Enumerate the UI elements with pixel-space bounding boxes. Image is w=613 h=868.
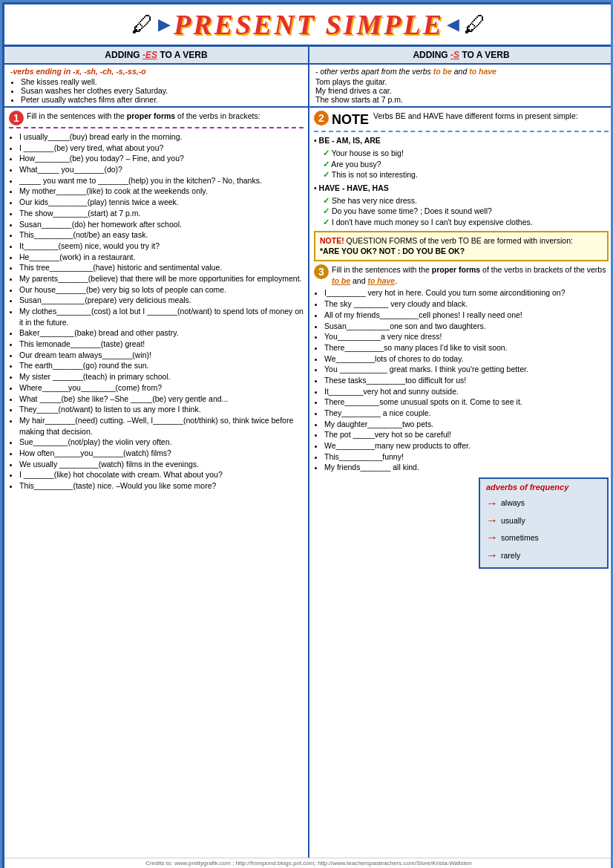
list-item: She kisses really well. [21, 77, 302, 86]
adverbs-title: adverbs of frequency [486, 482, 601, 493]
subheader-left: ADDING -ES TO A VERB [4, 47, 309, 63]
list-item: My clothes________(cost) a lot but I ___… [19, 306, 304, 327]
list-item: You ___________ great marks. I think you… [324, 364, 609, 375]
list-item: My friend drives a car. [315, 86, 607, 95]
list-item: You__________a very nice dress! [324, 331, 609, 342]
list-item: This_________(not/be) an easy task. [19, 229, 304, 241]
section3-num: 3 [314, 264, 329, 279]
page-title: PRESENT SIMPLE [174, 8, 444, 41]
adverb-arrow-icon: → [486, 495, 498, 512]
list-item: This__________funny! [324, 451, 609, 463]
list-item: My daughter________two pets. [324, 419, 609, 430]
list-item: Where______you________(come) from? [19, 382, 304, 394]
section1-heading: 1 Fill in the sentences with the proper … [9, 111, 304, 125]
list-item: These tasks_________too difficult for us… [324, 375, 609, 386]
note-title: NOTE! [320, 236, 344, 245]
arrow-right-icon: ◀ [447, 15, 459, 34]
list-item: This lemonade_______(taste) great! [19, 339, 304, 350]
adverb-item: → usually [486, 512, 601, 529]
list-item: The pot _____very hot so be careful! [324, 429, 609, 440]
list-item: They_________ a nice couple. [324, 408, 609, 419]
have-title: • HAVE - HAVE, HAS [314, 183, 609, 194]
list-item: ✓ Your house is so big! [323, 148, 609, 159]
adverb-item: → always [486, 495, 601, 512]
subheader-right: ADDING -S TO A VERB [309, 47, 613, 63]
list-item: This tree__________(have) historic and s… [19, 262, 304, 273]
list-item: Sue________(not/play) the violin very of… [19, 437, 304, 448]
section2-num: 2 [314, 111, 329, 125]
have-section: • HAVE - HAVE, HAS ✓ She has very nice d… [314, 183, 609, 228]
list-item: Susan_______(do) her homework after scho… [19, 219, 304, 230]
list-item: The show starts at 7 p.m. [315, 95, 607, 104]
verb-info-right: - other verbs apart from the verbs to be… [309, 65, 613, 106]
arrow-left-icon: ▶ [158, 15, 171, 34]
adverbs-box: adverbs of frequency → always → usually … [479, 477, 609, 569]
list-item: How often______you_______(watch) films? [19, 448, 304, 459]
list-item: My friends_______ all kind. [324, 462, 609, 473]
be-title: • BE - AM, IS, ARE [314, 135, 609, 146]
list-item: The sky ________ very cloudy and black. [324, 298, 609, 310]
list-item: ✓ She has very nice dress. [323, 195, 609, 206]
list-item: Our dream team always_______(win)! [19, 350, 304, 361]
list-item: Susan__________one son and two daughters… [324, 321, 609, 332]
list-item: I _______(be) very tired, what about you… [19, 143, 304, 154]
pencil-left-icon: 🖊 [131, 12, 154, 37]
list-item: Susan washes her clothes every Saturday. [21, 86, 302, 95]
list-item: Peter usually watches films after dinner… [21, 95, 302, 104]
list-item: There________some unusual spots on it. C… [324, 397, 609, 408]
list-item: It________(seem) nice, would you try it? [19, 241, 304, 252]
list-item: I usually_____(buy) bread early in the m… [19, 131, 304, 143]
section2-heading: 2 NOTE Verbs BE and HAVE have different … [314, 111, 609, 129]
section3-list: I_________ very hot in here. Could you t… [314, 287, 609, 473]
list-item: My parents_______(believe) that there wi… [19, 273, 304, 284]
list-item: All of my friends_________cell phones! I… [324, 310, 609, 321]
list-item: ✓ Are you busy? [323, 159, 609, 170]
adverb-item: → rarely [486, 547, 601, 564]
list-item: What_____ you_______(do)? [19, 164, 304, 175]
list-item: The earth_______(go) round the sun. [19, 360, 304, 371]
list-item: Our kids_________(play) tennis twice a w… [19, 197, 304, 208]
list-item: There_________so many places I'd like to… [324, 342, 609, 353]
subheader-row: ADDING -ES TO A VERB ADDING -S TO A VERB [4, 47, 613, 65]
list-item: We_________lots of chores to do today. [324, 353, 609, 365]
list-item: It________very hot and sunny outside. [324, 386, 609, 397]
main-content: 1 Fill in the sentences with the proper … [4, 108, 613, 858]
list-item: They_____(not/want) to listen to us any … [19, 404, 304, 415]
list-item: _____ you want me to _______(help) you i… [19, 175, 304, 186]
dashed-divider [9, 127, 304, 128]
right-column: 2 NOTE Verbs BE and HAVE have different … [309, 108, 613, 858]
list-item: Susan__________(prepare) very delicious … [19, 295, 304, 306]
list-item: Baker________(bake) bread and other past… [19, 327, 304, 339]
verb-info-row: -verbs ending in -x, -sh, -ch, -s,-ss,-o… [4, 65, 613, 108]
adverb-arrow-icon: → [486, 529, 498, 546]
dashed-divider-blue [314, 131, 609, 132]
verb-rule-left: -verbs ending in -x, -sh, -ch, -s,-ss,-o [10, 67, 302, 76]
section1-num: 1 [9, 111, 24, 125]
note-text: QUESTION FORMS of the verb TO BE are for… [347, 236, 573, 245]
header: 🖊 ▶ PRESENT SIMPLE ◀ 🖊 [4, 4, 613, 47]
question-form-box: NOTE! QUESTION FORMS of the verb TO BE a… [314, 231, 609, 261]
adverb-arrow-icon: → [486, 547, 498, 564]
list-item: Tom plays the guitar. [315, 77, 607, 86]
verb-info-left: -verbs ending in -x, -sh, -ch, -s,-ss,-o… [4, 65, 309, 106]
pencil-right-icon: 🖊 [464, 12, 486, 37]
note-label: NOTE [332, 111, 369, 129]
be-examples: ✓ Your house is so big! ✓ Are you busy? … [314, 148, 609, 180]
list-item: We_________many new products to offer. [324, 440, 609, 451]
list-item: We usually _________(watch) films in the… [19, 459, 304, 470]
section2-intro: Verbs BE and HAVE have different forms i… [373, 111, 578, 122]
list-item: Our house_______(be) very big so lots of… [19, 284, 304, 296]
adverb-item: → sometimes [486, 529, 601, 546]
left-column: 1 Fill in the sentences with the proper … [4, 108, 309, 858]
credits: Credits to: www.prettygrafik.com ; http:… [4, 858, 613, 868]
note-example: *ARE YOU OK? NOT : DO YOU BE OK? [320, 246, 603, 257]
list-item: He_______(work) in a restaurant. [19, 252, 304, 263]
list-item: My hair_______(need) cutting. –Well, I__… [19, 415, 304, 437]
adverb-arrow-icon: → [486, 512, 498, 529]
list-item: What _____(be) she like? –She _____(be) … [19, 394, 304, 405]
list-item: How________(be) you today? – Fine, and y… [19, 153, 304, 164]
list-item: The show________(start) at 7 p.m. [19, 208, 304, 219]
list-item: ✓ This is not so interesting. [323, 169, 609, 180]
section3-heading: 3 Fill in the sentences with the proper … [314, 264, 609, 286]
section1-list: I usually_____(buy) bread early in the m… [9, 131, 304, 492]
